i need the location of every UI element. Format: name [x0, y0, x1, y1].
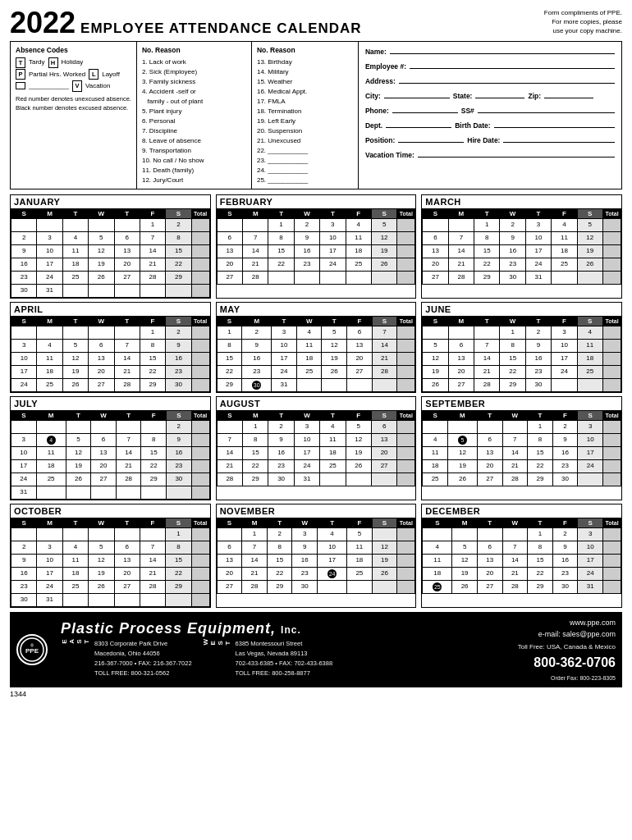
total-cell — [191, 258, 209, 271]
day-cell: 25 — [423, 472, 448, 486]
day-cell: 16 — [11, 258, 37, 271]
zip-label: Zip: — [528, 89, 541, 103]
birth-field[interactable] — [494, 127, 615, 128]
ss-field[interactable] — [478, 112, 615, 113]
vacation-field[interactable] — [418, 157, 615, 158]
total-cell — [397, 352, 415, 365]
day-cell: 28 — [372, 365, 397, 378]
total-cell — [603, 420, 621, 433]
day-cell — [552, 271, 577, 284]
day-cell: 21 — [243, 258, 268, 271]
day-cell: 14 — [474, 352, 500, 365]
day-cell: 14 — [243, 244, 268, 258]
week-row: 1 — [11, 527, 210, 541]
total-cell — [603, 541, 621, 554]
day-cell: 4 — [296, 326, 322, 339]
day-cell: 22 — [528, 459, 553, 472]
day-cell: 9 — [268, 433, 294, 446]
phone-field[interactable] — [392, 112, 458, 113]
position-field[interactable] — [398, 142, 464, 143]
day-cell: 20 — [448, 365, 474, 378]
day-cell — [217, 218, 242, 231]
total-cell — [397, 459, 415, 472]
day-cell: 8 — [474, 231, 500, 244]
day-cell: 26 — [452, 580, 478, 593]
day-cell: 6 — [371, 420, 396, 433]
footer-content: Plastic Process Equipment, Inc. EAST 830… — [61, 621, 510, 678]
total-cell — [191, 271, 209, 284]
day-cell: 19 — [452, 567, 478, 580]
city-field[interactable] — [384, 98, 450, 98]
week-row: 2627282930 — [423, 378, 621, 391]
day-cell — [320, 271, 346, 284]
day-cell: 13 — [91, 446, 117, 459]
day-cell: 22 — [166, 567, 191, 580]
day-cell: 18 — [62, 258, 88, 271]
day-cell: 28 — [116, 472, 141, 486]
day-cell: 17 — [552, 352, 577, 365]
header-title: 2022 EMPLOYEE ATTENDANCE CALENDAR — [10, 8, 362, 38]
month-name: MARCH — [422, 195, 621, 208]
day-cell: 30 — [552, 472, 578, 486]
total-cell — [397, 258, 415, 271]
total-cell — [603, 433, 621, 446]
month-block-february: FEBRUARYSMTWTFSTotal12345678910111213141… — [216, 194, 417, 299]
total-cell — [191, 433, 209, 446]
day-cell: 10 — [320, 231, 346, 244]
day-cell: 24 — [11, 472, 37, 486]
total-cell — [397, 567, 415, 580]
total-cell — [397, 420, 415, 433]
day-cell: 12 — [423, 352, 448, 365]
month-name: MAY — [217, 303, 416, 316]
month-block-august: AUGUSTSMTWTFSTotal1234567891011121314151… — [216, 396, 417, 500]
day-cell: 15 — [267, 554, 292, 567]
week-row: 3456789 — [11, 433, 210, 446]
week-row: 22232425262728 — [217, 365, 415, 378]
day-cell: 14 — [116, 446, 141, 459]
day-cell: 20 — [114, 258, 140, 271]
day-cell: 24 — [294, 459, 319, 472]
day-cell: 27 — [217, 271, 242, 284]
week-row: 12345 — [423, 218, 621, 231]
day-cell: 2 — [294, 218, 319, 231]
day-cell: 5 — [577, 218, 602, 231]
west-toll: TOLL FREE: 800-258-8877 — [236, 669, 333, 678]
day-cell: 15 — [500, 352, 525, 365]
day-cell — [372, 527, 397, 541]
month-block-november: NOVEMBERSMTWTFSTotal12345678910111213141… — [216, 504, 417, 608]
day-cell: 2 — [552, 420, 578, 433]
total-cell — [191, 593, 209, 606]
state-field[interactable] — [475, 98, 524, 98]
day-cell: 1 — [243, 420, 268, 433]
day-cell: 15 — [528, 446, 553, 459]
total-cell — [191, 541, 209, 554]
total-cell — [397, 326, 415, 339]
week-row: 78910111213 — [217, 433, 415, 446]
east-label: EAST — [61, 639, 90, 644]
day-cell: 18 — [296, 352, 322, 365]
day-cell: 10 — [294, 433, 319, 446]
day-cell: 6 — [91, 433, 117, 446]
day-cell: 18 — [37, 365, 62, 378]
hire-field[interactable] — [503, 142, 615, 143]
day-cell: 3 — [292, 527, 318, 541]
emp-field[interactable] — [410, 68, 615, 69]
day-cell: 19 — [62, 365, 88, 378]
addr-field[interactable] — [399, 83, 615, 84]
day-cell: 3 — [578, 527, 603, 541]
day-cell: 1 — [140, 218, 165, 231]
day-cell — [37, 218, 62, 231]
ss-label: SS# — [461, 104, 474, 118]
zip-field[interactable] — [544, 98, 593, 98]
footer-logo: ® PPE — [16, 634, 48, 665]
day-cell: 7 — [502, 541, 528, 554]
dept-field[interactable] — [386, 127, 451, 128]
day-cell: 26 — [423, 378, 448, 391]
name-field[interactable] — [390, 53, 615, 54]
total-cell — [603, 339, 621, 352]
week-row: 6789101112 — [217, 541, 415, 554]
week-row: 24252627282930 — [11, 378, 210, 391]
day-cell: 22 — [166, 258, 191, 271]
day-cell: 8 — [140, 339, 165, 352]
day-cell: 12 — [89, 244, 114, 258]
